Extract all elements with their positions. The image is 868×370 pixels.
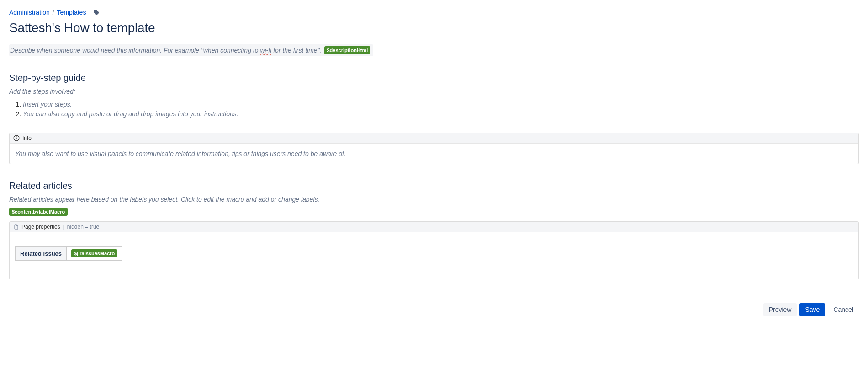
related-issues-value-cell[interactable]: $jiraIssuesMacro bbox=[67, 247, 122, 261]
page-properties-header: Page properties | hidden = true bbox=[10, 222, 858, 232]
info-panel-label: Info bbox=[22, 135, 32, 141]
page-properties-icon bbox=[13, 224, 19, 230]
page-properties-panel[interactable]: Page properties | hidden = true Related … bbox=[9, 221, 859, 279]
cancel-button[interactable]: Cancel bbox=[828, 303, 859, 316]
jira-issues-macro-chip[interactable]: $jiraIssuesMacro bbox=[71, 249, 117, 257]
breadcrumb: Administration / Templates bbox=[9, 9, 859, 16]
page-properties-body[interactable]: Related issues $jiraIssuesMacro bbox=[10, 232, 858, 279]
contentbylabel-macro-chip[interactable]: $contentbylabelMacro bbox=[9, 208, 68, 216]
related-issues-table[interactable]: Related issues $jiraIssuesMacro bbox=[15, 246, 122, 261]
step-guide-heading[interactable]: Step-by-step guide bbox=[9, 73, 859, 83]
step-item[interactable]: Insert your steps. bbox=[23, 100, 859, 109]
table-row: Related issues $jiraIssuesMacro bbox=[16, 247, 122, 261]
breadcrumb-separator: / bbox=[53, 9, 54, 16]
page-title[interactable]: Sattesh's How to template bbox=[9, 21, 859, 35]
description-row[interactable]: Describe when someone would need this in… bbox=[9, 44, 859, 56]
description-macro-chip[interactable]: $descriptionHtml bbox=[324, 46, 371, 54]
preview-button[interactable]: Preview bbox=[763, 303, 797, 316]
related-articles-heading[interactable]: Related articles bbox=[9, 181, 859, 191]
page-properties-divider: | bbox=[63, 224, 64, 230]
breadcrumb-administration[interactable]: Administration bbox=[9, 9, 50, 16]
breadcrumb-templates[interactable]: Templates bbox=[57, 9, 86, 16]
step-guide-intro[interactable]: Add the steps involved: bbox=[9, 88, 859, 95]
footer-action-bar: Preview Save Cancel bbox=[0, 298, 868, 321]
svg-point-2 bbox=[16, 137, 17, 137]
related-issues-header-cell[interactable]: Related issues bbox=[16, 247, 67, 261]
step-list[interactable]: Insert your steps. You can also copy and… bbox=[23, 100, 859, 119]
tag-icon[interactable] bbox=[93, 9, 100, 16]
page-properties-params: hidden = true bbox=[67, 224, 99, 230]
info-panel-header: Info bbox=[10, 133, 858, 144]
save-button[interactable]: Save bbox=[799, 303, 825, 316]
step-item[interactable]: You can also copy and paste or drag and … bbox=[23, 109, 859, 119]
page-properties-label: Page properties bbox=[21, 224, 60, 230]
description-placeholder: Describe when someone would need this in… bbox=[10, 47, 322, 54]
info-panel-body[interactable]: You may also want to use visual panels t… bbox=[10, 144, 858, 164]
editor-page: Administration / Templates Sattesh's How… bbox=[0, 0, 868, 298]
info-panel[interactable]: Info You may also want to use visual pan… bbox=[9, 133, 859, 164]
info-icon bbox=[13, 135, 20, 141]
related-articles-intro[interactable]: Related articles appear here based on th… bbox=[9, 196, 859, 203]
editor-content-area[interactable]: Administration / Templates Sattesh's How… bbox=[0, 0, 868, 298]
